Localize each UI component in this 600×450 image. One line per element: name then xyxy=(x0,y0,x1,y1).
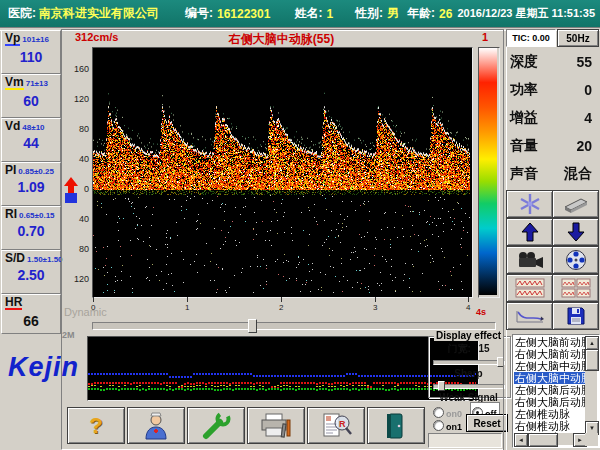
playback-button[interactable] xyxy=(552,246,599,274)
x-tick-3: 3 xyxy=(373,303,377,312)
probe-button[interactable] xyxy=(552,190,599,218)
sound-row: 声音 混合 xyxy=(506,160,598,188)
slider-groove xyxy=(92,322,496,330)
quad-trace-icon xyxy=(561,278,591,298)
patient-info-button[interactable] xyxy=(127,407,185,444)
sharp-label: Sharp xyxy=(428,368,509,379)
exit-button[interactable] xyxy=(367,407,425,444)
vp-value: 110 xyxy=(2,49,60,65)
baseline-arrow-head xyxy=(64,177,78,186)
artery-items: 左侧大脑前动脉 右侧大脑前动脉 左侧大脑中动脉 右侧大脑中动脉 左侧大脑后动脉 … xyxy=(514,336,585,433)
artery-item[interactable]: 右侧椎动脉 xyxy=(514,420,585,432)
intensity-colorbar xyxy=(478,47,500,298)
depth-row: 深度 55 xyxy=(506,48,598,76)
slider-groove xyxy=(433,360,505,365)
ri-range: 0.65±0.15 xyxy=(19,211,55,220)
y-tick-80: 80 xyxy=(63,124,89,134)
x-major-tick xyxy=(468,297,469,302)
y-tick-n80: 80 xyxy=(63,244,89,254)
artery-listbox[interactable]: 左侧大脑前动脉 右侧大脑前动脉 左侧大脑中动脉 右侧大脑中动脉 左侧大脑后动脉 … xyxy=(512,334,600,448)
colorbar-gradient xyxy=(479,48,497,295)
spectrum-canvas xyxy=(93,48,470,295)
param-box-ri: RI 0.65±0.15 0.70 xyxy=(1,206,61,250)
scroll-up-icon[interactable]: ▲ xyxy=(585,336,599,350)
sharp-slider[interactable] xyxy=(433,381,503,389)
artery-item-selected[interactable]: 右侧大脑中动脉 xyxy=(514,372,585,384)
floppy-disk-icon xyxy=(566,306,586,326)
gain-row: 增益 4 xyxy=(506,104,598,132)
param-box-sd: S/D 1.50±1.50 2.50 xyxy=(1,250,61,294)
param-box-vp: Vp 101±16 110 xyxy=(1,30,61,74)
question-mark-icon: ? xyxy=(89,413,102,439)
mmode-canvas xyxy=(88,337,476,398)
slider-handle[interactable] xyxy=(438,381,445,391)
camera-icon xyxy=(516,250,544,270)
baseline-arrow-stem xyxy=(68,186,74,193)
artery-item[interactable]: 左侧大脑后动脉 xyxy=(514,384,585,396)
param-box-vm: Vm 71±13 60 xyxy=(1,74,61,118)
tic-display: TIC: 0.00 xyxy=(506,29,556,47)
param-box-hr: HR 66 xyxy=(1,294,61,334)
record-button[interactable] xyxy=(506,246,553,274)
arrow-up-icon xyxy=(521,222,539,242)
patient-name-label: 姓名: xyxy=(294,5,322,22)
help-button[interactable]: ? xyxy=(67,407,125,444)
scale-up-button[interactable] xyxy=(506,218,553,246)
sex-label: 性别: xyxy=(355,5,383,22)
artery-item[interactable]: 左侧大脑中动脉 xyxy=(514,360,585,372)
quad-trace-button[interactable] xyxy=(552,274,599,302)
freeze-button[interactable] xyxy=(506,190,553,218)
gate-width-row: 门宽: 15 xyxy=(428,342,509,356)
dual-trace-button[interactable] xyxy=(506,274,553,302)
pi-label: PI xyxy=(5,165,16,176)
acquisition-settings: 深度 55 功率 0 增益 4 音量 20 声音 混合 xyxy=(506,48,598,188)
vd-range: 48±10 xyxy=(22,123,44,132)
report-magnifier-icon: R xyxy=(319,412,353,440)
mmode-label: 2M xyxy=(62,330,75,340)
gate-width-slider[interactable] xyxy=(433,357,503,365)
curve-icon xyxy=(516,308,544,324)
scroll-left-icon[interactable]: ◄ xyxy=(514,433,528,447)
scroll-thumb[interactable] xyxy=(585,349,599,371)
printer-icon xyxy=(259,412,293,440)
age-value: 26 xyxy=(439,7,452,21)
radio-circle-icon xyxy=(433,420,444,431)
datetime-display: 2016/12/23 星期五 11:51:35 xyxy=(457,6,595,21)
age-label: 年龄: xyxy=(407,5,435,22)
baseline-arrow-base xyxy=(65,193,77,203)
tcd-application-window: 医院: 南京科进实业有限公司 编号: 16122301 姓名: 1 性别: 男 … xyxy=(0,0,600,450)
door-icon xyxy=(384,412,408,440)
vd-value: 44 xyxy=(2,135,60,151)
artery-item[interactable]: 左侧大脑前动脉 xyxy=(514,336,585,348)
baseline-marker-icon[interactable] xyxy=(63,177,79,205)
slider-handle[interactable] xyxy=(248,319,257,333)
volume-row: 音量 20 xyxy=(506,132,598,160)
artery-item[interactable]: 右侧大脑前动脉 xyxy=(514,348,585,360)
reset-button[interactable]: Reset xyxy=(466,414,508,432)
horizontal-scrollbar[interactable]: ◄ ► xyxy=(514,433,585,445)
gain-label: 增益 xyxy=(510,109,538,127)
scroll-thumb[interactable] xyxy=(528,433,558,447)
print-button[interactable] xyxy=(247,407,305,444)
patient-info-bar: 医院: 南京科进实业有限公司 编号: 16122301 姓名: 1 性别: 男 … xyxy=(0,0,600,27)
pi-range: 0.85±0.25 xyxy=(18,167,54,176)
save-button[interactable] xyxy=(552,302,599,330)
vertical-scrollbar[interactable]: ▲ ▼ xyxy=(585,336,597,433)
depth-label: 深度 xyxy=(510,53,538,71)
x-major-tick xyxy=(93,297,94,302)
trend-curve-button[interactable] xyxy=(506,302,553,330)
frequency-button[interactable]: 50Hz xyxy=(557,29,599,47)
y-tick-160: 160 xyxy=(63,64,89,74)
report-button[interactable]: R xyxy=(307,407,365,444)
sex-value: 男 xyxy=(387,5,399,22)
scale-down-button[interactable] xyxy=(552,218,599,246)
vm-range: 71±13 xyxy=(26,79,48,88)
artery-item[interactable]: 右侧大脑后动脉 xyxy=(514,396,585,408)
param-box-vd: Vd 48±10 44 xyxy=(1,118,61,162)
dual-trace-icon xyxy=(515,278,545,298)
radio-on1[interactable]: on1 xyxy=(433,416,462,434)
hr-label: HR xyxy=(5,297,22,310)
settings-button[interactable] xyxy=(187,407,245,444)
artery-item[interactable]: 左侧椎动脉 xyxy=(514,408,585,420)
ri-label: RI xyxy=(5,209,17,220)
